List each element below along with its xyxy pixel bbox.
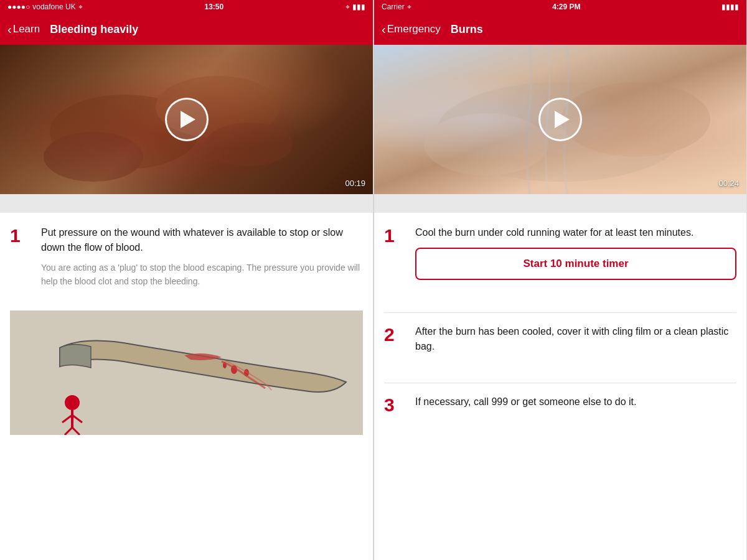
- status-bar-1: ●●●●○ vodafone UK ⌖ 13:50 ⌖ ▮▮▮: [0, 0, 373, 14]
- step-number-1-burns: 1: [384, 226, 406, 245]
- wound-illustration: [10, 310, 363, 435]
- step-content-1-burns: Cool the burn under cold running water f…: [415, 225, 736, 290]
- back-button-1[interactable]: ‹ Learn: [7, 23, 40, 35]
- step-number-1-bleeding: 1: [10, 226, 32, 245]
- step-main-text-1-bleeding: Put pressure on the wound with whatever …: [41, 225, 363, 255]
- svg-point-16: [561, 82, 710, 157]
- video-strip-2: [374, 194, 746, 213]
- play-icon-2: [555, 111, 570, 128]
- wifi-icon: ⌖: [78, 2, 83, 11]
- back-button-2[interactable]: ‹ Emergency: [382, 23, 441, 35]
- nav-bar-1: ‹ Learn Bleeding heavily: [0, 14, 373, 45]
- svg-point-3: [205, 123, 293, 166]
- step-main-text-2-burns: After the burn has been cooled, cover it…: [415, 324, 736, 354]
- page-title-1: Bleeding heavily: [50, 23, 138, 36]
- status-bar-left-1: ●●●●○ vodafone UK ⌖: [7, 2, 83, 11]
- step-main-text-3-burns: If necessary, call 999 or get someone el…: [415, 394, 736, 409]
- nav-bar-2: ‹ Emergency Burns: [374, 14, 746, 45]
- step-number-3-burns: 3: [384, 396, 406, 414]
- panel-bleeding: ●●●●○ vodafone UK ⌖ 13:50 ⌖ ▮▮▮ ‹ Learn …: [0, 0, 374, 560]
- video-player-1[interactable]: 00:19: [0, 45, 373, 194]
- step-2-burns: 2 After the burn has been cooled, cover …: [384, 312, 736, 371]
- status-bar-left-2: Carrier ⌖: [382, 2, 411, 11]
- step-content-1-bleeding: Put pressure on the wound with whatever …: [41, 225, 363, 288]
- step-1-bleeding: 1 Put pressure on the wound with whateve…: [10, 225, 363, 299]
- time-display-2: 4:29 PM: [552, 2, 580, 11]
- video-duration-2: 00:24: [718, 179, 739, 188]
- step-content-2-burns: After the burn has been cooled, cover it…: [415, 324, 736, 360]
- content-area-2: 1 Cool the burn under cold running water…: [374, 213, 746, 560]
- page-title-2: Burns: [451, 23, 483, 36]
- video-strip-1: [0, 194, 373, 213]
- status-bar-right-2: ▮▮▮▮: [721, 2, 739, 11]
- step-sub-text-1-bleeding: You are acting as a 'plug' to stop the b…: [41, 261, 363, 288]
- wifi-icon-2: ⌖: [407, 2, 411, 11]
- carrier-label: vodafone UK: [32, 2, 75, 11]
- status-bar-right-1: ⌖ ▮▮▮: [345, 2, 365, 11]
- battery-icon: ▮▮▮: [352, 2, 365, 11]
- play-button-2[interactable]: [538, 98, 582, 141]
- step-number-2-burns: 2: [384, 325, 406, 344]
- step-content-3-burns: If necessary, call 999 or get someone el…: [415, 394, 736, 416]
- battery-icon-2: ▮▮▮▮: [721, 2, 739, 11]
- step-1-burns: 1 Cool the burn under cold running water…: [384, 225, 736, 301]
- video-player-2[interactable]: 00:24: [374, 45, 746, 194]
- signal-indicator: ●●●●○: [7, 2, 30, 11]
- carrier-label-2: Carrier: [382, 2, 405, 11]
- play-button-1[interactable]: [165, 98, 209, 141]
- bluetooth-icon: ⌖: [345, 2, 350, 11]
- panel-burns: Carrier ⌖ 4:29 PM ▮▮▮▮ ‹ Emergency Burns: [374, 0, 747, 560]
- back-label-1: Learn: [13, 23, 40, 35]
- back-chevron-icon-1: ‹: [7, 23, 12, 35]
- time-display-1: 13:50: [204, 2, 223, 11]
- video-duration-1: 00:19: [345, 179, 365, 188]
- illustration-bleeding: [10, 310, 363, 435]
- play-icon-1: [181, 111, 195, 128]
- svg-point-15: [424, 113, 548, 175]
- back-chevron-icon-2: ‹: [382, 23, 386, 35]
- svg-point-2: [44, 132, 143, 182]
- step-main-text-1-burns: Cool the burn under cold running water f…: [415, 225, 736, 240]
- step-3-burns: 3 If necessary, call 999 or get someone …: [384, 383, 736, 427]
- content-area-1: 1 Put pressure on the wound with whateve…: [0, 213, 373, 560]
- timer-button[interactable]: Start 10 minute timer: [415, 248, 736, 280]
- status-bar-2: Carrier ⌖ 4:29 PM ▮▮▮▮: [374, 0, 746, 14]
- back-label-2: Emergency: [387, 23, 441, 35]
- svg-point-8: [65, 395, 80, 410]
